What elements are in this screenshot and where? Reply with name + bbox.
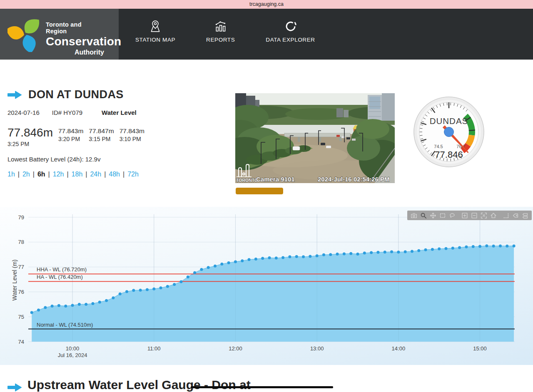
zoom-in-icon[interactable]: [460, 211, 469, 220]
camera-scene: TORONTO Camera 9101 2024-Jul-16 02:54:26…: [235, 93, 395, 183]
spikelines-icon[interactable]: [501, 211, 511, 220]
station-meta: 2024-07-16ID# HY079Water Level: [7, 109, 137, 116]
svg-text:74: 74: [18, 339, 24, 345]
box-select-icon[interactable]: [438, 211, 447, 220]
autoscale-icon[interactable]: [479, 211, 488, 220]
range-separator: |: [18, 171, 20, 178]
range-link-72h[interactable]: 72h: [127, 171, 139, 178]
trca-logo[interactable]: Toronto and Region Conservation Authorit…: [0, 9, 119, 60]
current-time: 3:25 PM: [7, 141, 53, 147]
battery-status: Lowest Battery Level (24h): 12.9v: [7, 156, 100, 163]
gauge-value: 77.846: [435, 149, 463, 160]
next-title-arrow-icon: [7, 383, 22, 392]
title-arrow-icon: [7, 91, 22, 99]
hover-compare-icon[interactable]: [521, 211, 530, 220]
station-date: 2024-07-16: [7, 109, 40, 116]
nav-label: REPORTS: [206, 37, 235, 43]
range-separator: |: [104, 171, 106, 178]
readings: 77.846m 3:25 PM 77.843m3:20 PM77.847m3:1…: [7, 126, 144, 147]
camera-overlay-label: Camera 9101: [256, 176, 295, 183]
time-range-links: 1h|2h|6h|12h|18h|24h|48h|72h: [7, 171, 139, 178]
svg-text:75: 75: [18, 314, 24, 320]
range-link-24h[interactable]: 24h: [90, 171, 101, 178]
range-link-2h[interactable]: 2h: [22, 171, 30, 178]
svg-text:HHA - WL (76.720m): HHA - WL (76.720m): [37, 266, 87, 273]
page-title: DON AT DUNDAS: [28, 88, 124, 101]
previous-reading: 77.847m3:15 PM: [89, 127, 114, 142]
svg-text:13:00: 13:00: [310, 345, 324, 352]
nav-label: DATA EXPLORER: [266, 37, 315, 43]
current-value: 77.846m: [7, 126, 53, 139]
svg-text:HA - WL (76.420m): HA - WL (76.420m): [37, 274, 83, 280]
reset-axes-icon[interactable]: [489, 211, 498, 220]
range-separator: |: [33, 171, 35, 178]
svg-text:12:00: 12:00: [229, 345, 242, 352]
camera-overlay-timestamp: 2024-Jul-16 02:54:26 PM: [318, 176, 390, 183]
reading-time: 3:15 PM: [89, 136, 114, 142]
range-link-48h[interactable]: 48h: [109, 171, 120, 178]
reading-value: 77.847m: [89, 127, 114, 135]
redaction-line: [191, 386, 333, 388]
map-pin-icon: [149, 20, 162, 33]
range-link-18h[interactable]: 18h: [72, 171, 83, 178]
parameter-label: Water Level: [102, 109, 137, 116]
hover-closest-icon[interactable]: [511, 211, 520, 220]
zoom-out-icon[interactable]: [470, 211, 479, 220]
svg-text:14:00: 14:00: [392, 345, 406, 352]
nav-item-data-explorer[interactable]: DATA EXPLORER: [266, 9, 315, 43]
main-nav: STATION MAPREPORTSDATA EXPLORER: [119, 9, 533, 60]
svg-text:79: 79: [18, 214, 24, 221]
browser-domain-bar: trcagauging.ca: [0, 0, 533, 9]
svg-text:15:00: 15:00: [473, 345, 487, 352]
svg-text:77: 77: [18, 264, 24, 270]
nav-label: STATION MAP: [135, 37, 175, 43]
zoom-icon[interactable]: [419, 211, 428, 220]
water-level-series: [32, 214, 514, 342]
water-level-chart[interactable]: HHA - WL (76.720m)HA - WL (76.420m)Norma…: [0, 207, 533, 365]
bar-chart-icon: [214, 20, 227, 33]
chart-section: HHA - WL (76.720m)HA - WL (76.420m)Norma…: [0, 207, 533, 365]
reading-time: 3:20 PM: [58, 136, 83, 142]
camera-action-button[interactable]: [236, 188, 283, 194]
range-separator: |: [85, 171, 87, 178]
camera-image[interactable]: TORONTO Camera 9101 2024-Jul-16 02:54:26…: [235, 93, 395, 183]
range-separator: |: [48, 171, 50, 178]
next-section-title: Upstream Water Level Gauge - Don at: [27, 378, 251, 392]
previous-reading: 77.843m3:10 PM: [120, 127, 144, 142]
donut-chart-icon: [284, 20, 297, 33]
reading-value: 77.843m: [58, 127, 83, 135]
lasso-select-icon[interactable]: [448, 211, 457, 220]
svg-text:78: 78: [18, 239, 24, 245]
previous-reading: 77.843m3:20 PM: [58, 127, 83, 142]
gauge-min-label: 74.5: [434, 144, 443, 149]
svg-text:Normal - WL (74.510m): Normal - WL (74.510m): [37, 322, 93, 328]
svg-text:10:00: 10:00: [66, 345, 80, 352]
range-separator: |: [67, 171, 68, 178]
range-separator: |: [123, 171, 125, 178]
domain-text: trcagauging.ca: [249, 1, 284, 7]
nav-item-reports[interactable]: REPORTS: [206, 9, 235, 43]
range-link-12h[interactable]: 12h: [53, 171, 64, 178]
station-gauge: DUNDAS 74.5 76.7 77.846: [413, 96, 485, 168]
app-header: Toronto and Region Conservation Authorit…: [0, 9, 533, 60]
range-link-1h[interactable]: 1h: [7, 171, 15, 178]
y-axis-title: Water Level (m): [11, 259, 18, 300]
camera-icon[interactable]: [409, 211, 418, 220]
trca-logo-icon: [7, 16, 43, 52]
pan-icon[interactable]: [428, 211, 438, 220]
station-id: ID# HY079: [52, 109, 82, 116]
gauge-hub: [444, 127, 454, 137]
gauge-station-label: DUNDAS: [430, 116, 468, 126]
chart-modebar: [407, 211, 532, 220]
trca-logo-text: Toronto and Region Conservation Authorit…: [46, 21, 104, 56]
reading-value: 77.843m: [120, 127, 144, 135]
svg-text:Jul 16, 2024: Jul 16, 2024: [58, 352, 87, 358]
reading-time: 3:10 PM: [120, 136, 144, 142]
previous-readings: 77.843m3:20 PM77.847m3:15 PM77.843m3:10 …: [58, 126, 144, 142]
range-link-6h[interactable]: 6h: [37, 171, 45, 178]
svg-text:11:00: 11:00: [147, 345, 161, 352]
toronto-logo-text: TORONTO: [236, 178, 258, 183]
nav-item-station-map[interactable]: STATION MAP: [135, 9, 175, 43]
svg-text:76: 76: [18, 289, 24, 295]
current-reading: 77.846m 3:25 PM: [7, 126, 53, 147]
